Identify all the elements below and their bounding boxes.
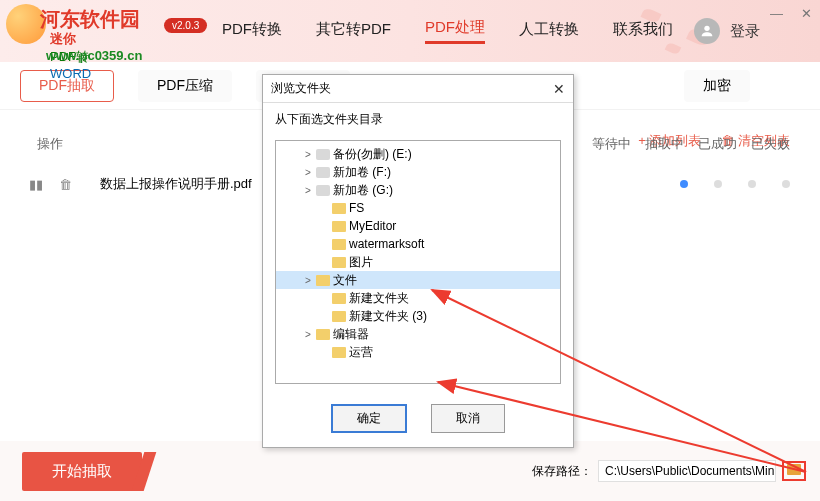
chevron-icon: [319, 221, 329, 231]
browse-folder-button[interactable]: [782, 461, 806, 481]
chevron-icon: >: [303, 329, 313, 339]
tree-item[interactable]: FS: [276, 199, 560, 217]
brand-title: 河东软件园: [40, 6, 140, 33]
chevron-icon: [319, 347, 329, 357]
chevron-icon: [319, 311, 329, 321]
tree-item-label: 新建文件夹: [349, 290, 409, 307]
tree-item-label: 文件: [333, 272, 357, 289]
drive-icon: [316, 185, 330, 196]
tool-encrypt[interactable]: 加密: [684, 70, 750, 102]
version-badge: v2.0.3: [164, 18, 207, 33]
status-dot-extracting: [714, 180, 722, 188]
col-waiting: 等待中: [592, 135, 631, 153]
drive-icon: [316, 167, 330, 178]
dialog-cancel-button[interactable]: 取消: [431, 404, 505, 433]
svg-point-0: [704, 26, 709, 31]
tree-item-label: 新加卷 (F:): [333, 164, 391, 181]
pause-icon[interactable]: ▮▮: [29, 177, 43, 192]
folder-tree[interactable]: >备份(勿删) (E:)>新加卷 (F:)>新加卷 (G:)FSMyEditor…: [275, 140, 561, 384]
folder-icon: [316, 329, 330, 340]
tree-item[interactable]: >备份(勿删) (E:): [276, 145, 560, 163]
tree-item[interactable]: MyEditor: [276, 217, 560, 235]
folder-icon: [332, 221, 346, 232]
tree-item-label: MyEditor: [349, 219, 396, 233]
tree-item-label: watermarksoft: [349, 237, 424, 251]
nav-pdf-process[interactable]: PDF处理: [425, 18, 485, 44]
folder-icon: [316, 275, 330, 286]
start-extract-button[interactable]: 开始抽取: [22, 452, 142, 491]
status-dot-failed: [782, 180, 790, 188]
tool-pdf-compress[interactable]: PDF压缩: [138, 70, 232, 102]
tree-item[interactable]: >新加卷 (F:): [276, 163, 560, 181]
col-extracting: 抽取中: [645, 135, 684, 153]
chevron-icon: [319, 293, 329, 303]
save-path-value: C:\Users\Public\Documents\Min: [598, 460, 776, 482]
chevron-icon: [319, 239, 329, 249]
chevron-icon: >: [303, 275, 313, 285]
dialog-hint: 从下面选文件夹目录: [263, 103, 573, 136]
brand-logo: 河东软件园 迷你PDF转WORD www.pc0359.cn: [6, 4, 46, 44]
tree-item-label: 编辑器: [333, 326, 369, 343]
tree-item-label: FS: [349, 201, 364, 215]
main-nav: PDF转换 其它转PDF PDF处理 人工转换 联系我们: [222, 0, 673, 62]
close-icon[interactable]: ✕: [801, 6, 812, 21]
tree-item-label: 运营: [349, 344, 373, 361]
avatar-icon[interactable]: [694, 18, 720, 44]
status-dot-waiting: [680, 180, 688, 188]
col-failed: 已失败: [751, 135, 790, 153]
nav-manual[interactable]: 人工转换: [519, 20, 579, 43]
dialog-title: 浏览文件夹: [271, 80, 331, 97]
tree-item[interactable]: >编辑器: [276, 325, 560, 343]
chevron-icon: [319, 203, 329, 213]
tree-item[interactable]: 运营: [276, 343, 560, 361]
drive-icon: [316, 149, 330, 160]
folder-icon: [332, 293, 346, 304]
dialog-close-button[interactable]: ✕: [553, 81, 565, 97]
folder-icon: [787, 464, 801, 475]
title-bar: 河东软件园 迷你PDF转WORD www.pc0359.cn v2.0.3 PD…: [0, 0, 820, 62]
dialog-ok-button[interactable]: 确定: [331, 404, 407, 433]
tree-item-label: 新建文件夹 (3): [349, 308, 427, 325]
tree-item[interactable]: >新加卷 (G:): [276, 181, 560, 199]
status-dot-success: [748, 180, 756, 188]
file-name: 数据上报操作说明手册.pdf: [100, 175, 252, 193]
footer-bar: 开始抽取 保存路径： C:\Users\Public\Documents\Min: [0, 441, 820, 501]
tree-item[interactable]: 新建文件夹 (3): [276, 307, 560, 325]
col-success: 已成功: [698, 135, 737, 153]
tree-item-label: 图片: [349, 254, 373, 271]
tree-item[interactable]: watermarksoft: [276, 235, 560, 253]
nav-pdf-convert[interactable]: PDF转换: [222, 20, 282, 43]
tree-item-label: 备份(勿删) (E:): [333, 146, 412, 163]
folder-icon: [332, 203, 346, 214]
chevron-icon: >: [303, 149, 313, 159]
chevron-icon: [319, 257, 329, 267]
chevron-icon: >: [303, 185, 313, 195]
nav-other-to-pdf[interactable]: 其它转PDF: [316, 20, 391, 43]
folder-icon: [332, 257, 346, 268]
folder-icon: [332, 311, 346, 322]
brand-url: www.pc0359.cn: [46, 48, 142, 63]
tree-item[interactable]: 新建文件夹: [276, 289, 560, 307]
folder-icon: [332, 347, 346, 358]
folder-icon: [332, 239, 346, 250]
tree-item-label: 新加卷 (G:): [333, 182, 393, 199]
col-operation: 操作: [0, 135, 100, 153]
chevron-icon: >: [303, 167, 313, 177]
delete-icon[interactable]: 🗑: [59, 177, 72, 192]
save-path-label: 保存路径：: [532, 463, 592, 480]
minimize-icon[interactable]: —: [770, 6, 783, 21]
tree-item[interactable]: 图片: [276, 253, 560, 271]
tree-item[interactable]: >文件: [276, 271, 560, 289]
login-link[interactable]: 登录: [730, 22, 760, 41]
browse-folder-dialog: 浏览文件夹 ✕ 从下面选文件夹目录 >备份(勿删) (E:)>新加卷 (F:)>…: [262, 74, 574, 448]
